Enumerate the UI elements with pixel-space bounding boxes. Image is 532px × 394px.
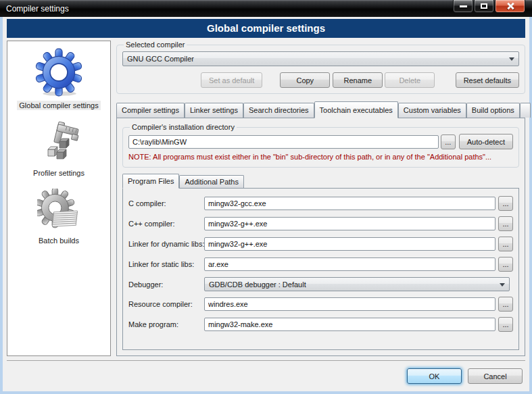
tab-build-options[interactable]: Build options: [466, 103, 520, 118]
maximize-button[interactable]: [474, 0, 494, 13]
close-button[interactable]: [495, 0, 525, 13]
tab-custom-variables[interactable]: Custom variables: [398, 103, 466, 118]
toolchain-field-row: Resource compiler: ...: [128, 297, 513, 312]
main-panel: Selected compiler GNU GCC Compiler Set a…: [116, 41, 525, 356]
selected-compiler-group: Selected compiler GNU GCC Compiler Set a…: [116, 41, 525, 94]
set-as-default-button[interactable]: Set as default: [201, 72, 262, 88]
install-directory-browse-button[interactable]: ...: [441, 134, 456, 149]
sidebar-item-global-compiler-settings[interactable]: Global compiler settings: [17, 48, 100, 110]
field-input[interactable]: [204, 257, 495, 271]
toolchain-field-row: Linker for static libs: ...: [128, 257, 513, 272]
minimize-button[interactable]: [453, 0, 473, 13]
field-browse-button[interactable]: ...: [498, 317, 513, 332]
tab-clipped[interactable]: [520, 103, 531, 118]
toolchain-field-row: C compiler: ...: [128, 196, 513, 211]
blue-gear-icon: [34, 48, 83, 97]
field-input[interactable]: [204, 297, 495, 311]
tab-program-files[interactable]: Program Files: [122, 174, 179, 189]
maximize-icon: [481, 3, 487, 9]
program-files-tab-strip: Program Files Additional Paths: [122, 173, 519, 188]
sidebar-item-label: Batch builds: [37, 236, 81, 245]
chevron-down-icon: [500, 283, 505, 289]
compiler-select[interactable]: GNU GCC Compiler: [122, 51, 519, 66]
toolchain-field-row: C++ compiler: ...: [128, 216, 513, 231]
caliper-icon: [37, 121, 80, 164]
chevron-down-icon: [509, 57, 514, 64]
field-label: Linker for static libs:: [128, 260, 204, 268]
tab-linker-settings[interactable]: Linker settings: [185, 103, 243, 118]
close-icon: [506, 3, 514, 9]
sidebar-item-label: Profiler settings: [31, 168, 87, 178]
selected-compiler-group-label: Selected compiler: [124, 41, 187, 49]
field-browse-button[interactable]: ...: [498, 216, 513, 231]
cancel-button[interactable]: Cancel: [468, 368, 523, 384]
tab-compiler-settings[interactable]: Compiler settings: [116, 103, 185, 118]
compiler-buttons-row: Set as default Copy Rename Delete Reset …: [122, 72, 519, 88]
delete-button[interactable]: Delete: [385, 72, 435, 88]
page-title: Global compiler settings: [7, 19, 525, 38]
auto-detect-button[interactable]: Auto-detect: [459, 134, 513, 149]
rename-button[interactable]: Rename: [333, 72, 383, 88]
field-label: C compiler:: [128, 199, 204, 207]
program-files-panel: C compiler: ... C++ compiler: ... Linker…: [122, 188, 519, 350]
settings-tab-strip: Compiler settings Linker settings Search…: [116, 101, 525, 118]
field-browse-button[interactable]: ...: [498, 257, 513, 272]
reset-defaults-button[interactable]: Reset defaults: [456, 72, 519, 88]
gray-gear-stack-icon: [37, 189, 80, 232]
copy-button[interactable]: Copy: [280, 72, 330, 88]
caption-buttons: [452, 0, 525, 13]
dialog-footer: OK Cancel: [7, 360, 525, 391]
field-input[interactable]: [204, 318, 495, 331]
toolchain-field-row: Make program: ...: [128, 317, 513, 332]
minimize-icon: [460, 5, 467, 7]
field-label: Resource compiler:: [128, 300, 204, 308]
field-browse-button[interactable]: ...: [498, 297, 513, 312]
install-directory-input[interactable]: [128, 135, 439, 149]
field-browse-button[interactable]: ...: [498, 196, 513, 211]
field-input[interactable]: [204, 217, 495, 230]
toolchain-field-row: Debugger: GDB/CDB debugger : Default: [128, 277, 513, 291]
settings-category-sidebar: Global compiler settings: [7, 41, 111, 356]
field-label: C++ compiler:: [128, 220, 204, 228]
install-directory-note: NOTE: All programs must exist either in …: [128, 153, 513, 161]
window-title: Compiler settings: [0, 4, 69, 14]
sidebar-item-batch-builds[interactable]: Batch builds: [37, 189, 81, 245]
toolchain-field-row: Linker for dynamic libs: ...: [128, 237, 513, 251]
sidebar-item-profiler-settings[interactable]: Profiler settings: [31, 121, 87, 178]
install-directory-group: Compiler's installation directory ... Au…: [122, 123, 519, 168]
dialog-client-area: Global compiler settings: [3, 17, 529, 391]
compiler-select-value: GNU GCC Compiler: [127, 55, 194, 63]
compiler-settings-dialog: Compiler settings Global compiler settin…: [0, 0, 532, 394]
field-label: Make program:: [128, 320, 204, 328]
sidebar-item-label: Global compiler settings: [17, 101, 100, 110]
field-input[interactable]: [204, 237, 495, 251]
tab-toolchain-executables[interactable]: Toolchain executables: [314, 101, 398, 118]
ok-button[interactable]: OK: [407, 368, 462, 384]
tab-additional-paths[interactable]: Additional Paths: [179, 175, 244, 188]
toolchain-executables-panel: Compiler's installation directory ... Au…: [116, 118, 525, 356]
install-directory-group-label: Compiler's installation directory: [130, 123, 237, 131]
tab-search-directories[interactable]: Search directories: [243, 103, 314, 118]
title-bar[interactable]: Compiler settings: [0, 0, 532, 17]
field-browse-button[interactable]: ...: [498, 237, 513, 251]
field-combo[interactable]: GDB/CDB debugger : Default: [204, 277, 510, 291]
field-combo-value: GDB/CDB debugger : Default: [209, 280, 306, 289]
field-label: Debugger:: [128, 280, 204, 289]
field-label: Linker for dynamic libs:: [128, 240, 204, 248]
field-input[interactable]: [204, 197, 495, 210]
